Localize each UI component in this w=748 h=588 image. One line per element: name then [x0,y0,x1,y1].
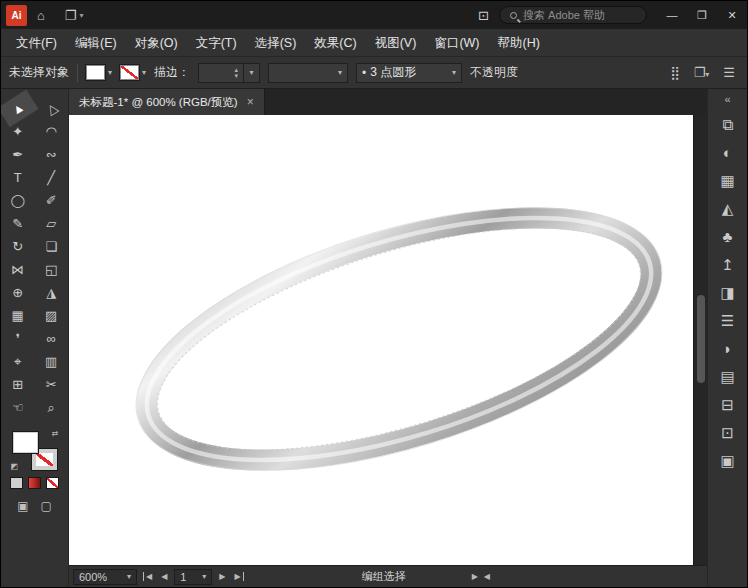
symbols-panel-icon[interactable]: ♣ [723,229,733,244]
color-button[interactable] [10,477,23,489]
artboard-number-dropdown[interactable]: 1 ▾ [174,569,212,585]
menu-item-view[interactable]: 视图(V) [366,29,426,57]
pen-tool[interactable]: ✒ [1,143,35,166]
fill-indicator[interactable] [13,432,38,453]
paintbrush-tool[interactable]: ✐ [35,189,69,212]
chevron-down-icon: ▾ [80,11,84,20]
expand-panels-icon[interactable]: « [724,93,730,111]
swap-fill-stroke-icon[interactable]: ⇄ [52,429,59,438]
brush-definition-dropdown[interactable]: • 3 点圆形 ▾ [356,63,462,83]
menu-item-help[interactable]: 帮助(H) [489,29,549,57]
libraries-panel-icon[interactable]: ▣ [720,453,734,468]
stroke-color-dropdown[interactable]: ▾ [120,65,146,80]
first-artboard-button[interactable]: ◀ [143,572,154,581]
brush-bullet-icon: • [362,66,366,80]
menu-item-file[interactable]: 文件(F) [7,29,66,57]
ring-artwork[interactable] [69,115,693,565]
color-guide-panel-icon[interactable]: ◭ [722,201,734,216]
transparency-panel-icon[interactable]: ◗ [723,341,732,356]
next-artboard-button[interactable]: ▶ [217,572,227,581]
curvature-tool[interactable]: ∾ [35,143,69,166]
scale-tool[interactable]: ❏ [35,235,69,258]
menu-item-type[interactable]: 文字(T) [187,29,246,57]
home-icon[interactable]: ⌂ [27,1,55,29]
zoom-level-dropdown[interactable]: 600% ▾ [73,569,137,585]
fill-stroke-widget[interactable]: ⇄ ◩ [12,429,58,471]
pencil-tool[interactable]: ✎ [1,212,35,235]
color-panel-icon[interactable]: ◐ [723,145,732,160]
close-button[interactable]: ✕ [717,1,747,29]
document-tab[interactable]: 未标题-1* @ 600% (RGB/预览) × [69,89,265,115]
hand-tool[interactable]: ☜ [1,396,35,419]
canvas[interactable] [69,115,693,565]
properties-panel-icon[interactable]: ⧉ [722,117,733,132]
none-button[interactable] [46,477,59,489]
rotate-tool[interactable]: ↻ [1,235,35,258]
artboards-panel-icon[interactable]: ⊡ [721,425,734,440]
hamburger-menu-icon[interactable]: ☰ [723,65,735,80]
vertical-scrollbar-thumb[interactable] [697,295,705,383]
chevron-down-icon: ▾ [452,68,456,77]
last-artboard-button[interactable]: ▶ [232,572,243,581]
layers-panel-icon[interactable]: ⊟ [721,397,734,412]
menu-item-select[interactable]: 选择(S) [246,29,306,57]
help-search-input[interactable]: 搜索 Adobe 帮助 [499,6,647,24]
mesh-tool[interactable]: ▦ [1,304,35,327]
tools-grid: ▲△✦◠✒∾T╱◯✐✎▱↻❏⋈◱⊕◮▦▨❜∞⌖▥⊞✂☜⌕ [1,97,68,419]
menu-item-object[interactable]: 对象(O) [126,29,187,57]
default-fill-stroke-icon[interactable]: ◩ [11,462,19,471]
opacity-link[interactable]: 不透明度 [470,64,518,81]
lasso-tool[interactable]: ◠ [35,120,69,143]
symbol-sprayer-tool[interactable]: ⌖ [1,350,35,373]
stepper-arrows-icon[interactable]: ▴▾ [235,67,239,79]
line-tool[interactable]: ╱ [35,166,69,189]
arrange-documents-icon[interactable]: ⊡ [468,1,499,29]
eyedropper-tool[interactable]: ❜ [1,327,35,350]
gradient-button[interactable] [28,477,41,489]
gradient-panel-icon[interactable]: ◨ [720,285,734,300]
export-panel-icon[interactable]: ↥ [721,257,734,272]
graph-tool[interactable]: ▥ [35,350,69,373]
tab-close-icon[interactable]: × [247,95,254,109]
app-logo-icon: Ai [6,5,27,26]
stroke-panel-icon[interactable]: ☰ [721,313,734,328]
swatches-panel-icon[interactable]: ▦ [720,173,734,188]
artboard-tool[interactable]: ⊞ [1,373,35,396]
perspective-grid-tool[interactable]: ◮ [35,281,69,304]
menu-item-edit[interactable]: 编辑(E) [66,29,126,57]
vertical-scrollbar[interactable] [693,115,707,565]
magic-wand-tool[interactable]: ✦ [1,120,35,143]
fill-color-dropdown[interactable]: ▾ [86,65,112,80]
width-profile-dropdown[interactable]: ▾ [268,63,348,83]
fill-swatch [86,65,105,80]
type-tool[interactable]: T [1,166,35,189]
panel-dropdown-icon[interactable]: ❐▾ [694,65,710,80]
zoom-tool[interactable]: ⌕ [35,396,69,419]
screen-mode-icon[interactable]: ▢ [41,499,52,513]
minimize-button[interactable]: — [657,1,687,29]
stroke-weight-dropdown[interactable]: ▾ [244,63,260,83]
chevron-down-icon: ▾ [250,68,254,77]
stroke-weight-stepper[interactable]: ▴▾ [198,63,244,83]
dots-grid-icon[interactable]: ⣿ [670,65,680,80]
gradient-tool[interactable]: ▨ [35,304,69,327]
previous-artboard-button[interactable]: ◀ [159,572,169,581]
menu-item-effect[interactable]: 效果(C) [305,29,365,57]
scroll-left-icon[interactable]: ◀ [484,572,490,581]
artboard-navigation: ◀ ◀ 1 ▾ ▶ ▶ [143,569,244,585]
slice-tool[interactable]: ✂ [35,373,69,396]
stroke-weight-label: 描边： [154,64,190,81]
ellipse-tool[interactable]: ◯ [1,189,35,212]
blend-tool[interactable]: ∞ [35,327,69,350]
eraser-tool[interactable]: ▱ [35,212,69,235]
workspace-switcher-button[interactable]: ❐ ▾ [55,1,94,29]
shape-builder-tool[interactable]: ⊕ [1,281,35,304]
menu-item-window[interactable]: 窗口(W) [425,29,488,57]
maximize-button[interactable]: ❐ [687,1,717,29]
width-tool[interactable]: ⋈ [1,258,35,281]
artboard-number: 1 [180,571,186,583]
scroll-right-icon[interactable]: ▶ [472,572,478,581]
drawing-mode-icon[interactable]: ▣ [17,499,28,513]
free-transform-tool[interactable]: ◱ [35,258,69,281]
appearance-panel-icon[interactable]: ▤ [720,369,734,384]
